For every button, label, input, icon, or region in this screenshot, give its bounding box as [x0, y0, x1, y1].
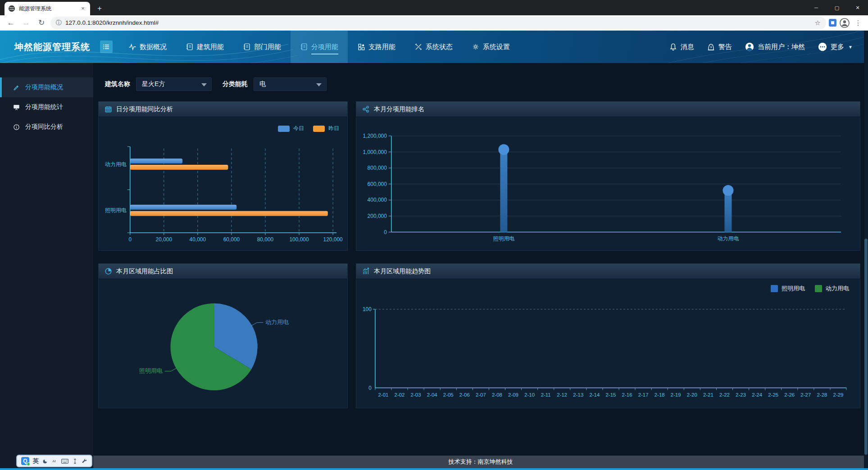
bookmark-star-icon[interactable]: ☆ [815, 19, 821, 27]
nav-item-building-energy[interactable]: 建筑用能 [176, 31, 233, 63]
browser-menu-icon[interactable]: ⋮ [853, 19, 863, 27]
ime-punctuation-icon[interactable] [52, 458, 58, 464]
ime-wrench-icon[interactable] [82, 458, 87, 464]
x-axis-label: 2-27 [800, 392, 811, 398]
sidebar-item-yoy-analysis[interactable]: 分项同比分析 [0, 117, 93, 137]
ime-language-toggle[interactable]: 英 [33, 457, 39, 465]
nav-item-system-settings[interactable]: 系统设置 [462, 31, 519, 63]
panel-title: 本月区域用能占比图 [116, 267, 173, 276]
energy-select[interactable]: 电 [254, 77, 327, 91]
more-button[interactable]: 更多 ▼ [818, 42, 853, 52]
y-axis-label: 200,000 [368, 213, 387, 219]
sidebar-item-subitem-overview[interactable]: 分项用能概况 [0, 77, 93, 97]
new-tab-button[interactable]: + [94, 3, 105, 14]
window-controls: ─ ▢ ✕ [806, 0, 868, 15]
category-label: 动力用电 [105, 161, 127, 167]
y-axis-label: 1,000,000 [363, 149, 387, 155]
chart-legend: 今日 昨日 [273, 125, 339, 132]
window-minimize-button[interactable]: ─ [806, 0, 827, 15]
messages-button[interactable]: 消息 [669, 43, 694, 51]
ime-logo-icon[interactable]: Q [21, 457, 29, 465]
scrollbar-thumb[interactable] [864, 239, 868, 455]
tools-icon [414, 43, 423, 51]
panel-header: 本月分项用能排名 [356, 102, 860, 117]
profile-avatar-icon[interactable] [839, 18, 850, 28]
tab-close-icon[interactable]: × [79, 5, 86, 12]
footer: 技术支持：南京坤然科技 [93, 456, 868, 468]
extension-icon[interactable] [829, 19, 836, 27]
sidebar: 分项用能概况 分项用能统计 分项同比分析 [0, 63, 93, 468]
panel-title: 日分项用能同比分析 [116, 105, 173, 113]
x-axis-label: 2-04 [427, 392, 438, 398]
window-maximize-button[interactable]: ▢ [827, 0, 847, 15]
x-axis-label: 2-03 [411, 392, 421, 398]
energy-type-label: 分类能耗 [223, 80, 248, 88]
bar-yesterday [130, 165, 228, 170]
back-icon[interactable]: ← [5, 17, 17, 29]
x-axis-label: 2-26 [784, 392, 795, 398]
x-axis-label: 2-15 [605, 392, 616, 398]
x-axis-label: 2-09 [508, 392, 518, 398]
window-close-button[interactable]: ✕ [847, 0, 868, 15]
x-axis-label: 60,000 [223, 236, 240, 243]
bar-cap [498, 144, 509, 155]
browser-address-bar: ← → ↻ ⓘ 127.0.0.1:8020/krznnh/index.html… [0, 15, 868, 31]
ime-toolbar: Q 英 [16, 455, 92, 467]
y-axis-label: 400,000 [368, 197, 387, 203]
x-axis-label: 2-12 [557, 392, 567, 398]
nav-item-system-status[interactable]: 系统状态 [405, 31, 462, 63]
nav-item-branch-energy[interactable]: 支路用能 [348, 31, 405, 63]
browser-tab[interactable]: 能源管理系统 × [5, 2, 90, 15]
legend-swatch-lighting [771, 285, 778, 292]
notebook-icon [186, 43, 194, 51]
share-nodes-icon [362, 105, 370, 113]
site-info-icon[interactable]: ⓘ [56, 19, 62, 27]
x-axis-label: 2-07 [476, 392, 486, 398]
x-axis-label: 2-14 [589, 392, 600, 398]
nav-item-department-energy[interactable]: 部门用能 [233, 31, 291, 63]
x-axis-label: 2-17 [638, 392, 649, 398]
gear-icon [472, 43, 480, 51]
ime-cursor-icon[interactable] [72, 458, 78, 464]
grid-icon [357, 43, 365, 51]
footer-text: 技术支持：南京坤然科技 [449, 458, 513, 466]
legend-swatch-power [815, 285, 822, 292]
panel-body: 今日 昨日 020,00040,00060,00080,000100,00012… [99, 117, 347, 250]
menu-toggle-button[interactable] [100, 41, 113, 53]
reload-icon[interactable]: ↻ [35, 17, 48, 29]
chevron-down-icon [201, 83, 207, 86]
panel-header: 本月区域用能趋势图 [356, 264, 860, 279]
x-axis-label: 2-19 [671, 392, 681, 398]
tab-title: 能源管理系统 [19, 5, 76, 13]
current-user-button[interactable]: 当前用户：坤然 [745, 42, 805, 52]
bar-cap [723, 185, 733, 196]
sidebar-item-subitem-statistics[interactable]: 分项用能统计 [0, 97, 93, 117]
y-axis-label: 600,000 [368, 181, 387, 187]
energy-select-value: 电 [259, 80, 266, 88]
browser-tab-strip: 能源管理系统 × + ─ ▢ ✕ [0, 0, 868, 15]
ellipsis-icon [818, 42, 827, 52]
panel-body: 照明用电 动力用电 10002-012-022-032-042-052-062-… [356, 279, 860, 408]
ime-moon-icon[interactable] [42, 458, 48, 464]
category-label: 动力用电 [718, 235, 739, 242]
page-scrollbar[interactable] [864, 31, 868, 468]
app-navbar: 坤然能源管理系统 数据概况 建筑用能 部门用能 分项用能 [0, 31, 868, 63]
pie-leader-line [251, 322, 263, 325]
nav-item-subitem-energy[interactable]: 分项用能 [291, 31, 348, 63]
x-axis-label: 0 [128, 236, 132, 243]
nav-item-data-overview[interactable]: 数据概况 [119, 31, 176, 63]
legend-swatch-yesterday [313, 126, 325, 132]
forward-icon[interactable]: → [20, 17, 32, 29]
alerts-button[interactable]: 警告 [707, 43, 732, 51]
bar-today [130, 205, 236, 210]
ime-keyboard-icon[interactable] [61, 458, 68, 464]
x-axis-label: 2-23 [736, 392, 746, 398]
pie-leader-line [165, 368, 177, 371]
category-label: 照明用电 [493, 235, 514, 242]
nav-right-group: 消息 警告 当前用户：坤然 更多 ▼ [669, 31, 868, 63]
trend-chart-icon [362, 267, 370, 275]
x-axis-label: 80,000 [257, 236, 274, 243]
building-select[interactable]: 星火E方 [136, 77, 212, 91]
url-field[interactable]: ⓘ 127.0.0.1:8020/krznnh/index.html# ☆ [50, 17, 826, 29]
calendar-icon [105, 105, 112, 113]
